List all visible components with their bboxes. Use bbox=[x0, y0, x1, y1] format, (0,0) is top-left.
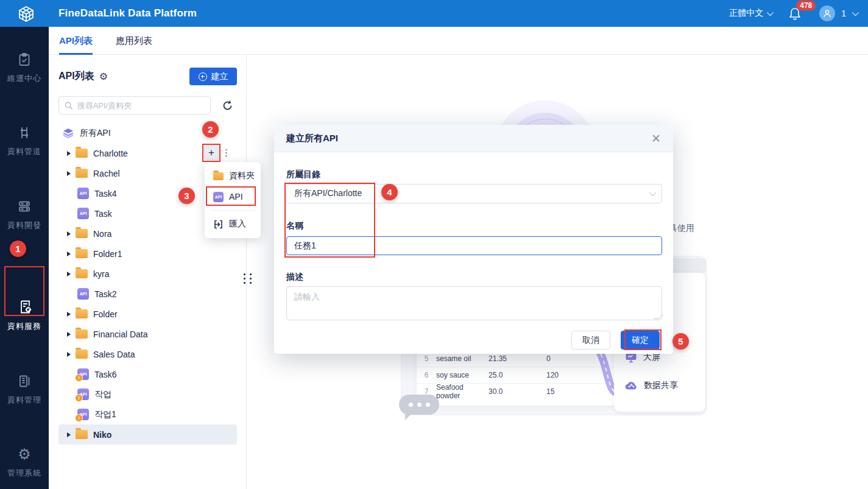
modal-title: 建立所有API bbox=[286, 133, 338, 144]
api-list-panel: API列表 ⚙ 建立 所有API Charlotte bbox=[49, 55, 247, 489]
caret-right-icon[interactable] bbox=[67, 231, 71, 236]
app-window: FineDataLink Data Platform 正體中文 478 1 bbox=[0, 0, 868, 489]
caret-right-icon[interactable] bbox=[67, 252, 71, 256]
directory-select[interactable]: 所有API/Charlotte bbox=[286, 184, 662, 203]
tree-item-kyra[interactable]: kyra bbox=[58, 264, 237, 284]
caret-right-icon[interactable] bbox=[67, 432, 71, 437]
menu-divider bbox=[211, 210, 255, 211]
panel-resize-handle[interactable] bbox=[244, 273, 252, 285]
create-api-modal: 建立所有API ✕ 所屬目錄 所有API/Charlotte 名稱 描述 取消 … bbox=[274, 125, 673, 354]
folder-icon bbox=[76, 430, 88, 439]
search-icon bbox=[65, 101, 73, 110]
notification-bell[interactable]: 478 bbox=[789, 5, 805, 21]
annotation-step-1: 1 bbox=[10, 241, 26, 257]
gear-icon: ⚙ bbox=[0, 447, 49, 462]
tree-item-task6[interactable]: APITask6 bbox=[58, 364, 237, 384]
top-header: FineDataLink Data Platform 正體中文 478 1 bbox=[0, 0, 868, 27]
create-button-label: 建立 bbox=[211, 71, 228, 82]
create-button[interactable]: 建立 bbox=[189, 68, 237, 85]
api-icon: API bbox=[77, 188, 89, 199]
more-options-icon[interactable]: ⋮ bbox=[222, 147, 229, 158]
tree-item-niko[interactable]: Niko bbox=[58, 424, 237, 445]
annotation-step-3: 3 bbox=[178, 188, 195, 204]
search-box bbox=[58, 96, 211, 114]
chevron-down-icon bbox=[767, 9, 774, 16]
tab-app-list[interactable]: 應用列表 bbox=[116, 27, 152, 55]
description-label: 描述 bbox=[286, 272, 303, 283]
notification-badge: 478 bbox=[796, 1, 816, 10]
confirm-button[interactable]: 確定 bbox=[621, 331, 660, 350]
folder-icon bbox=[76, 269, 88, 278]
sidebar-item-admin-system[interactable]: ⚙ 管理系統 bbox=[0, 447, 49, 479]
directory-select-value: 所有API/Charlotte bbox=[294, 188, 362, 199]
menu-item-api[interactable]: API API bbox=[205, 186, 261, 207]
menu-item-folder[interactable]: 資料夾 bbox=[205, 166, 261, 186]
cancel-button[interactable]: 取消 bbox=[571, 331, 610, 350]
settings-gear-icon[interactable]: ⚙ bbox=[99, 71, 108, 82]
modal-header: 建立所有API ✕ bbox=[274, 125, 673, 152]
chevron-down-icon bbox=[649, 189, 656, 196]
directory-label: 所屬目錄 bbox=[286, 169, 320, 180]
folder-icon bbox=[76, 169, 88, 178]
annotation-step-4: 4 bbox=[381, 184, 398, 200]
name-input[interactable] bbox=[286, 236, 662, 255]
annotation-step-5: 5 bbox=[672, 333, 689, 350]
user-avatar[interactable] bbox=[819, 5, 835, 21]
caret-right-icon[interactable] bbox=[67, 171, 71, 176]
sidebar-item-data-development[interactable]: 資料開發 bbox=[0, 199, 49, 231]
folder-icon bbox=[213, 172, 224, 180]
tree-item-task2[interactable]: APITask2 bbox=[58, 284, 237, 304]
annotation-step-2: 2 bbox=[202, 121, 219, 138]
clipboard-check-icon bbox=[0, 52, 49, 67]
caret-right-icon[interactable] bbox=[67, 151, 71, 156]
folder-icon bbox=[76, 309, 88, 318]
layers-icon bbox=[62, 127, 74, 139]
tree-item-folder1[interactable]: Folder1 bbox=[58, 244, 237, 264]
create-context-menu: 資料夾 API API 匯入 bbox=[205, 162, 261, 238]
folder-icon bbox=[76, 249, 88, 258]
tree-item-job1[interactable]: API작업1 bbox=[58, 404, 237, 424]
folder-icon bbox=[76, 350, 88, 359]
tab-api-list[interactable]: API列表 bbox=[59, 27, 93, 55]
search-input[interactable] bbox=[77, 101, 205, 110]
caret-right-icon[interactable] bbox=[67, 312, 71, 317]
tree-item-sales-data[interactable]: Sales Data bbox=[58, 344, 237, 364]
api-warning-icon: API bbox=[77, 409, 89, 420]
tab-bar: API列表 應用列表 bbox=[49, 27, 868, 55]
plus-circle-icon bbox=[199, 72, 207, 81]
sidebar-item-data-service[interactable]: 資料服務 bbox=[0, 299, 49, 332]
folder-icon bbox=[76, 329, 88, 339]
panel-title: API列表 bbox=[58, 70, 94, 83]
caret-right-icon[interactable] bbox=[67, 352, 71, 357]
table-row: 7 Seafood powder 30.0 15 bbox=[417, 383, 616, 399]
folder-icon bbox=[76, 149, 88, 158]
tree-item-financial-data[interactable]: Financial Data bbox=[58, 324, 237, 344]
close-icon[interactable]: ✕ bbox=[651, 133, 661, 144]
data-service-icon bbox=[0, 299, 49, 315]
api-warning-icon: API bbox=[77, 389, 89, 400]
description-textarea[interactable] bbox=[286, 286, 662, 320]
name-label: 名稱 bbox=[286, 220, 303, 231]
menu-item-import[interactable]: 匯入 bbox=[205, 214, 261, 234]
caret-right-icon[interactable] bbox=[67, 272, 71, 276]
table-row: 6 soy sauce 25.0 120 bbox=[417, 367, 616, 383]
app-title: FineDataLink Data Platform bbox=[58, 0, 197, 27]
refresh-icon[interactable] bbox=[222, 100, 233, 111]
data-manage-icon bbox=[0, 374, 49, 389]
tree-item-folder[interactable]: Folder bbox=[58, 304, 237, 324]
brand-logo-icon bbox=[17, 5, 35, 23]
language-selector[interactable]: 正體中文 bbox=[729, 8, 772, 19]
sidebar-item-data-management[interactable]: 資料管理 bbox=[0, 374, 49, 406]
api-icon: API bbox=[213, 192, 224, 202]
chat-bubble-icon bbox=[399, 395, 439, 415]
add-button[interactable]: + bbox=[204, 146, 219, 160]
user-menu-chevron-icon[interactable] bbox=[852, 9, 859, 16]
tree-item-job[interactable]: API작업 bbox=[58, 384, 237, 404]
side-navigation: 維運中心 資料管道 資料開發 資料服務 資料管理 ⚙ bbox=[0, 27, 49, 489]
sidebar-item-data-pipeline[interactable]: 資料管道 bbox=[0, 125, 49, 157]
caret-right-icon[interactable] bbox=[67, 332, 71, 337]
person-icon bbox=[823, 9, 831, 18]
sidebar-item-ops-center[interactable]: 維運中心 bbox=[0, 52, 49, 84]
api-warning-icon: API bbox=[77, 368, 89, 380]
api-icon: API bbox=[77, 288, 89, 300]
